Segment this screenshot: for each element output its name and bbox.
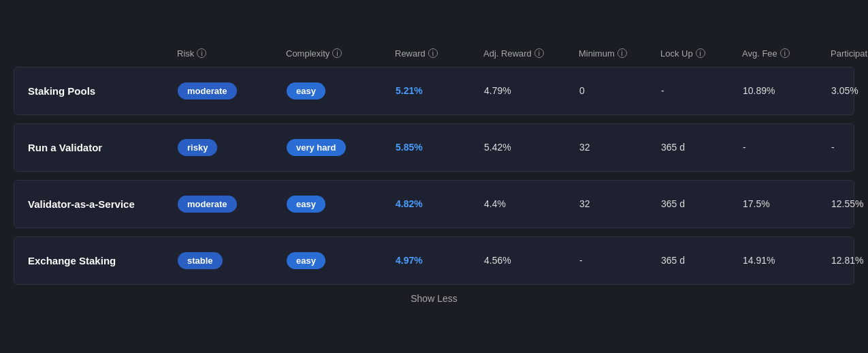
row-risk-2: moderate: [178, 196, 287, 213]
header-adj-reward: Adj. Reward i: [483, 48, 579, 59]
table-row[interactable]: Exchange Staking stable easy 4.97% 4.56%…: [14, 236, 854, 285]
row-adj-reward-0: 4.79%: [484, 85, 579, 96]
risk-info-icon[interactable]: i: [197, 48, 206, 58]
avg-fee-info-icon[interactable]: i: [780, 48, 790, 58]
row-avg-fee-1: -: [743, 142, 831, 153]
row-lockup-0: -: [661, 85, 743, 96]
row-reward-3: 4.97%: [396, 255, 484, 266]
row-adj-reward-3: 4.56%: [484, 255, 579, 266]
staking-comparison-table: Risk i Complexity i Reward i Adj. Reward…: [0, 36, 868, 318]
row-complexity-3: easy: [287, 252, 396, 269]
row-complexity-1: very hard: [287, 139, 396, 156]
header-participating: Participating i: [831, 48, 868, 59]
row-participating-1: -: [831, 142, 868, 153]
header-name: [27, 48, 177, 59]
row-lockup-2: 365 d: [661, 198, 743, 209]
risk-badge-0: moderate: [178, 82, 237, 99]
row-reward-1: 5.85%: [396, 142, 484, 153]
table-header: Risk i Complexity i Reward i Adj. Reward…: [14, 43, 854, 67]
row-adj-reward-1: 5.42%: [484, 142, 579, 153]
row-name-0: Staking Pools: [28, 85, 178, 97]
adj-reward-info-icon[interactable]: i: [534, 48, 544, 58]
header-avg-fee: Avg. Fee i: [742, 48, 831, 59]
row-minimum-1: 32: [579, 142, 661, 153]
complexity-badge-0: easy: [287, 82, 325, 99]
minimum-info-icon[interactable]: i: [617, 48, 627, 58]
row-name-3: Exchange Staking: [28, 255, 178, 266]
row-minimum-3: -: [579, 255, 661, 266]
show-less-button[interactable]: Show Less: [14, 293, 854, 304]
header-minimum: Minimum i: [579, 48, 660, 59]
row-lockup-3: 365 d: [661, 255, 743, 266]
row-participating-0: 3.05%: [831, 85, 868, 96]
row-complexity-0: easy: [287, 82, 396, 99]
lockup-info-icon[interactable]: i: [696, 48, 705, 58]
row-minimum-2: 32: [579, 198, 661, 209]
row-complexity-2: easy: [287, 196, 396, 213]
complexity-info-icon[interactable]: i: [332, 48, 342, 58]
row-risk-1: risky: [178, 139, 287, 156]
row-name-2: Validator-as-a-Service: [28, 198, 178, 210]
complexity-badge-1: very hard: [287, 139, 346, 156]
row-avg-fee-0: 10.89%: [743, 85, 831, 96]
row-risk-0: moderate: [178, 82, 287, 99]
table-body: Staking Pools moderate easy 5.21% 4.79% …: [14, 67, 854, 285]
row-reward-2: 4.82%: [396, 198, 484, 209]
complexity-badge-3: easy: [287, 252, 325, 269]
row-adj-reward-2: 4.4%: [484, 198, 579, 209]
row-name-1: Run a Validator: [28, 142, 178, 153]
row-lockup-1: 365 d: [661, 142, 743, 153]
risk-badge-2: moderate: [178, 196, 237, 213]
row-minimum-0: 0: [579, 85, 661, 96]
complexity-badge-2: easy: [287, 196, 325, 213]
row-avg-fee-3: 14.91%: [743, 255, 831, 266]
header-risk: Risk i: [177, 48, 286, 59]
risk-badge-3: stable: [178, 252, 223, 269]
header-reward: Reward i: [395, 48, 483, 59]
row-risk-3: stable: [178, 252, 287, 269]
header-lockup: Lock Up i: [660, 48, 742, 59]
row-avg-fee-2: 17.5%: [743, 198, 831, 209]
row-reward-0: 5.21%: [396, 85, 484, 96]
table-row[interactable]: Staking Pools moderate easy 5.21% 4.79% …: [14, 67, 854, 115]
row-participating-3: 12.81%: [831, 255, 868, 266]
risk-badge-1: risky: [178, 139, 217, 156]
row-participating-2: 12.55%: [831, 198, 868, 209]
header-complexity: Complexity i: [286, 48, 395, 59]
reward-info-icon[interactable]: i: [428, 48, 438, 58]
table-row[interactable]: Run a Validator risky very hard 5.85% 5.…: [14, 123, 854, 172]
table-row[interactable]: Validator-as-a-Service moderate easy 4.8…: [14, 180, 854, 228]
